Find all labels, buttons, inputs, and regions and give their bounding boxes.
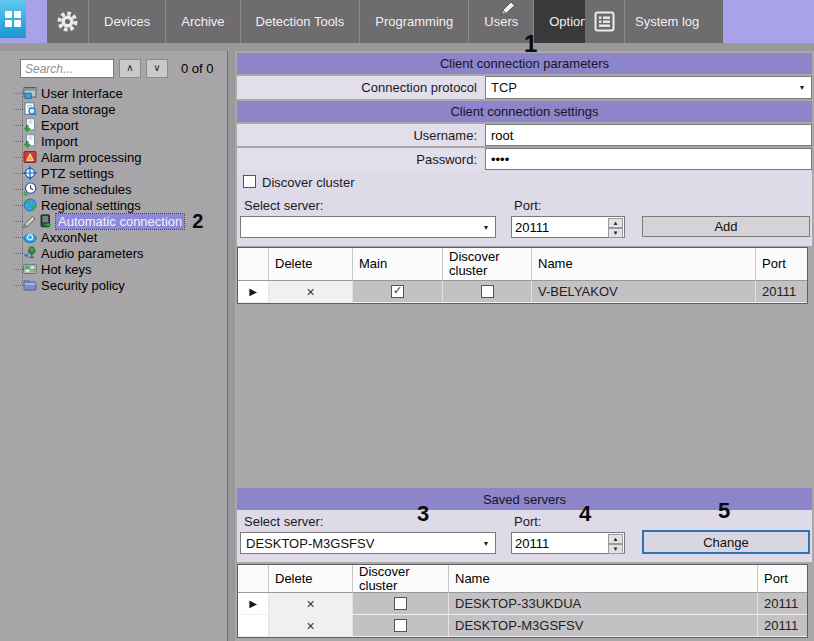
import-icon <box>23 134 37 148</box>
ptz-settings-icon <box>23 166 37 180</box>
tree-item-automatic-connection[interactable]: Automatic connection 2 <box>0 213 227 229</box>
col-selector <box>238 565 269 593</box>
servers-table: Delete Main Discover cluster Name Port ▶… <box>237 247 808 304</box>
table-header-row: Delete Discover cluster Name Port <box>238 565 807 593</box>
tree-item-data-storage[interactable]: Data storage <box>0 101 227 117</box>
saved-select-server-value: DESKTOP-M3GSFSV <box>246 536 374 551</box>
col-discover-cluster: Discover cluster <box>443 248 532 281</box>
tree-item-label: Export <box>41 118 79 133</box>
regional-settings-icon <box>23 198 37 212</box>
tree-item-label: Audio parameters <box>41 246 144 261</box>
menu-item-archive[interactable]: Archive <box>165 0 239 43</box>
system-log-icon <box>594 11 615 32</box>
username-field[interactable] <box>485 124 812 146</box>
annotation-5: 5 <box>718 500 730 522</box>
app-menu-button[interactable] <box>0 0 26 38</box>
discover-cluster-checkbox[interactable] <box>394 619 407 632</box>
user-interface-icon <box>23 86 37 100</box>
spinner-up-button[interactable]: ▲ <box>608 218 623 228</box>
discover-cell <box>443 281 532 303</box>
search-match-count: 0 of 0 <box>181 61 214 76</box>
menu-item-devices[interactable]: Devices <box>88 0 165 43</box>
row-selector-cell <box>238 615 269 637</box>
saved-port-label: Port: <box>514 514 541 529</box>
menu-item-programming[interactable]: Programming <box>359 0 468 43</box>
password-field[interactable] <box>485 148 812 170</box>
search-prev-button[interactable]: ∧ <box>119 59 141 78</box>
discover-cluster-label: Discover cluster <box>262 175 354 190</box>
edit-pencil-icon <box>23 214 37 228</box>
select-server-dropdown[interactable]: ▼ <box>240 216 496 238</box>
server-name-cell: DESKTOP-M3GSFSV <box>449 615 758 637</box>
port-input[interactable] <box>512 217 606 237</box>
password-row: Password: <box>237 148 812 170</box>
col-discover-cluster: Discover cluster <box>353 565 449 593</box>
delete-server-button[interactable]: × <box>269 281 353 303</box>
tree-item-label: Import <box>41 134 78 149</box>
delete-server-button[interactable]: × <box>269 615 353 637</box>
annotation-3: 3 <box>417 503 429 525</box>
discover-cluster-checkbox[interactable] <box>243 175 256 188</box>
settings-tree: User Interface Data storage Export Impor… <box>0 85 227 293</box>
connection-protocol-select[interactable]: TCP ▼ <box>485 76 812 99</box>
time-schedules-icon <box>23 182 37 196</box>
tree-item-user-interface[interactable]: User Interface <box>0 85 227 101</box>
settings-sidebar: ∧ ∨ 0 of 0 User Interface Data storage E… <box>0 51 228 641</box>
tree-item-hot-keys[interactable]: Hot keys <box>0 261 227 277</box>
main-checkbox[interactable] <box>391 285 404 298</box>
discover-cluster-checkbox[interactable] <box>481 285 494 298</box>
table-header-row: Delete Main Discover cluster Name Port <box>238 248 807 281</box>
tree-item-label: Hot keys <box>41 262 92 277</box>
change-button[interactable]: Change <box>642 530 810 554</box>
annotation-2: 2 <box>192 211 203 231</box>
axxonnet-icon <box>23 230 37 244</box>
tree-item-label: Security policy <box>41 278 125 293</box>
tree-item-import[interactable]: Import <box>0 133 227 149</box>
port-spinner: ▲ ▼ <box>511 216 625 238</box>
server-name-cell: V-BELYAKOV <box>532 281 756 303</box>
main-cell <box>353 281 443 303</box>
spinner-down-button[interactable]: ▼ <box>608 228 623 238</box>
menu-item-system-log[interactable]: System log <box>635 14 699 29</box>
tree-item-alarm-processing[interactable]: Alarm processing <box>0 149 227 165</box>
saved-select-server-dropdown[interactable]: DESKTOP-M3GSFSV ▼ <box>240 532 496 554</box>
pencil-cursor-icon <box>500 1 516 16</box>
system-log-section: System log <box>585 0 723 43</box>
spinner-down-button[interactable]: ▼ <box>608 544 623 554</box>
delete-server-button[interactable]: × <box>269 593 353 615</box>
search-input[interactable] <box>20 59 114 78</box>
toolbar-separator <box>624 0 625 43</box>
tree-item-export[interactable]: Export <box>0 117 227 133</box>
tree-item-label: Time schedules <box>41 182 132 197</box>
discover-cluster-checkbox[interactable] <box>394 597 407 610</box>
security-policy-icon <box>23 278 37 292</box>
tree-item-time-schedules[interactable]: Time schedules <box>0 181 227 197</box>
hot-keys-icon <box>23 262 37 276</box>
tree-item-audio-parameters[interactable]: Audio parameters <box>0 245 227 261</box>
saved-port-spinner: ▲ ▼ <box>511 532 625 554</box>
saved-servers-table: Delete Discover cluster Name Port ▶ × DE… <box>237 564 808 638</box>
alarm-processing-icon <box>23 150 37 164</box>
settings-gear-button[interactable] <box>47 0 88 43</box>
search-next-button[interactable]: ∨ <box>146 59 168 78</box>
data-storage-icon <box>23 102 37 116</box>
col-name: Name <box>449 565 758 593</box>
tree-item-ptz-settings[interactable]: PTZ settings <box>0 165 227 181</box>
col-main: Main <box>353 248 443 281</box>
tree-item-label: PTZ settings <box>41 166 114 181</box>
add-server-section: Discover cluster Select server: Port: ▼ … <box>237 170 812 246</box>
col-port: Port <box>756 248 807 281</box>
col-name: Name <box>532 248 756 281</box>
section-header-client-connection-settings: Client connection settings <box>237 101 812 122</box>
saved-port-input[interactable] <box>512 533 606 553</box>
tree-item-label: Data storage <box>41 102 115 117</box>
col-selector <box>238 248 269 281</box>
connection-protocol-value: TCP <box>491 80 517 95</box>
add-button[interactable]: Add <box>642 216 810 237</box>
menu-item-detection-tools[interactable]: Detection Tools <box>240 0 360 43</box>
tree-item-security-policy[interactable]: Security policy <box>0 277 227 293</box>
username-label: Username: <box>237 124 485 146</box>
row-selector-arrow: ▶ <box>238 281 269 303</box>
tree-item-label: Alarm processing <box>41 150 141 165</box>
spinner-up-button[interactable]: ▲ <box>608 534 623 544</box>
